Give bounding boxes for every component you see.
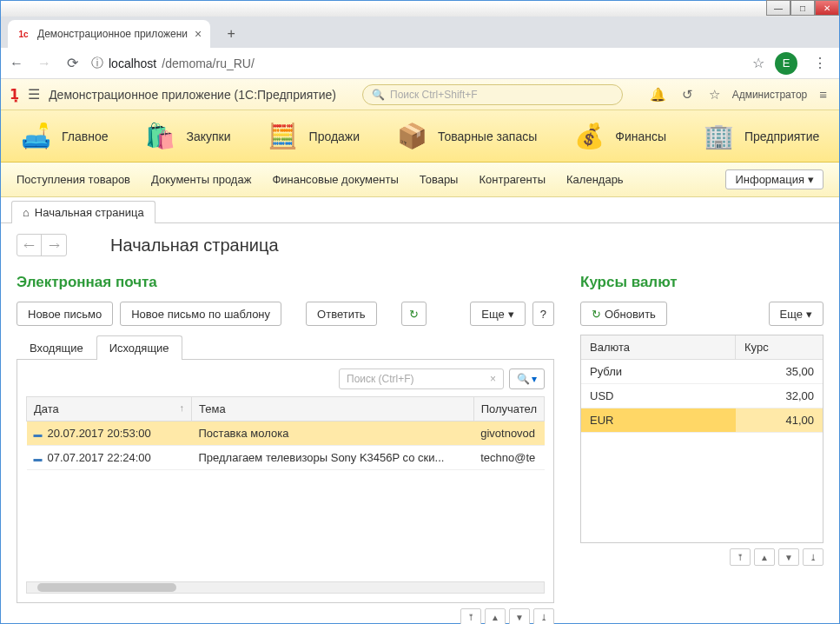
section-sales[interactable]: 🧮Продажи [266, 119, 360, 154]
nav-forward-button[interactable]: 🡒 [42, 235, 66, 256]
col-subject[interactable]: Тема [192, 397, 474, 422]
email-panel-title: Электронная почта [17, 274, 554, 291]
box-icon: 📦 [394, 119, 429, 154]
history-icon[interactable]: ↺ [678, 87, 697, 103]
page-tab-strip: ⌂ Начальная страница [1, 197, 839, 223]
cmd-sales-docs[interactable]: Документы продаж [151, 173, 251, 186]
info-icon: ⓘ [91, 56, 103, 71]
favorite-icon[interactable]: ☆ [705, 87, 724, 103]
current-user[interactable]: Администратор [732, 89, 808, 101]
mail-search-button[interactable]: 🔍▾ [509, 368, 545, 389]
new-tab-button[interactable]: + [219, 22, 243, 46]
home-icon: ⌂ [23, 206, 30, 219]
col-currency[interactable]: Валюта [581, 335, 736, 359]
tab-inbox[interactable]: Входящие [17, 335, 96, 360]
help-button[interactable]: ? [532, 302, 554, 326]
url-path: /demoma/ru_RU/ [162, 56, 255, 70]
search-icon: 🔍 [517, 373, 530, 385]
section-finance[interactable]: 💰Финансы [572, 119, 666, 154]
reload-icon[interactable]: ⟳ [63, 55, 81, 71]
col-rate[interactable]: Курс [736, 335, 823, 359]
global-search-input[interactable]: 🔍 Поиск Ctrl+Shift+F [362, 84, 623, 105]
url-field[interactable]: ⓘ localhost/demoma/ru_RU/ [91, 56, 742, 71]
clear-search-icon[interactable]: × [490, 373, 496, 385]
page-down-button[interactable]: ▼ [509, 608, 530, 624]
chevron-down-icon: ▾ [808, 173, 814, 186]
col-recipient[interactable]: Получател [473, 397, 544, 422]
col-date[interactable]: Дата↑ [27, 397, 192, 422]
cmd-calendar[interactable]: Календарь [566, 173, 624, 186]
refresh-icon: ↻ [592, 308, 601, 321]
more-mail-button[interactable]: Еще ▾ [470, 302, 525, 326]
chevron-down-icon: ▾ [508, 308, 514, 321]
cmd-finance-docs[interactable]: Финансовые документы [272, 173, 398, 186]
close-button[interactable]: ✕ [815, 0, 839, 16]
bookmark-star-icon[interactable]: ☆ [752, 55, 764, 71]
main-menu-icon[interactable]: ☰ [28, 86, 40, 103]
page-title: Начальная страница [110, 236, 279, 256]
more-rates-button[interactable]: Еще ▾ [769, 302, 823, 326]
page-up-button[interactable]: ▲ [485, 608, 506, 624]
cashregister-icon: 🧮 [266, 119, 301, 154]
sort-asc-icon: ↑ [180, 402, 185, 413]
lamp-icon: 🛋️ [18, 119, 53, 154]
table-row[interactable]: USD 32,00 [581, 384, 823, 408]
page-last-button[interactable]: ⤓ [803, 548, 823, 566]
table-row[interactable]: ▬07.07.2017 22:24:00 Предлагаем телевизо… [27, 446, 545, 470]
new-mail-template-button[interactable]: Новое письмо по шаблону [120, 302, 281, 326]
tab-start-page[interactable]: ⌂ Начальная страница [11, 201, 155, 223]
maximize-button[interactable]: □ [790, 0, 815, 16]
section-stock[interactable]: 📦Товарные запасы [394, 119, 537, 154]
rates-header-row: Валюта Курс [581, 335, 823, 360]
page-first-button[interactable]: ⤒ [730, 548, 751, 566]
window-titlebar: — □ ✕ [1, 1, 839, 17]
tab-outbox[interactable]: Исходящие [96, 335, 182, 360]
settings-icon[interactable]: ≡ [816, 87, 830, 102]
page-down-button[interactable]: ▼ [778, 548, 799, 566]
table-row[interactable]: EUR 41,00 [581, 408, 823, 433]
tab-title: Демонстрационное приложени [37, 28, 188, 40]
browser-tab[interactable]: 1c Демонстрационное приложени × [8, 20, 210, 48]
info-dropdown-button[interactable]: Информация▾ [725, 169, 823, 189]
table-row[interactable]: Рубли 35,00 [581, 360, 823, 384]
app-header: 1͓ ☰ Демонстрационное приложение (1С:Пре… [1, 79, 839, 110]
cmd-goods[interactable]: Товары [420, 173, 459, 186]
address-bar: ← → ⟳ ⓘ localhost/demoma/ru_RU/ ☆ Е ⋮ [1, 48, 839, 79]
table-header-row: Дата↑ Тема Получател [27, 397, 545, 422]
refresh-mail-button[interactable]: ↻ [401, 302, 427, 326]
favicon-1c-icon: 1c [17, 27, 30, 41]
reply-button[interactable]: Ответить [306, 302, 377, 326]
section-panel: 🛋️Главное 🛍️Закупки 🧮Продажи 📦Товарные з… [1, 110, 839, 163]
mail-table: Дата↑ Тема Получател ▬20.07.2017 20:53:0… [26, 396, 545, 470]
cmd-receipts[interactable]: Поступления товаров [17, 173, 130, 186]
page-first-button[interactable]: ⤒ [460, 608, 481, 624]
refresh-rates-button[interactable]: ↻ Обновить [580, 302, 667, 326]
page-last-button[interactable]: ⤓ [533, 608, 554, 624]
new-mail-button[interactable]: Новое письмо [17, 302, 113, 326]
tab-close-icon[interactable]: × [195, 27, 202, 41]
logo-1c-icon: 1͓ [10, 86, 19, 103]
minimize-button[interactable]: — [766, 0, 790, 16]
section-enterprise[interactable]: 🏢Предприятие [701, 119, 819, 154]
profile-avatar[interactable]: Е [775, 52, 797, 75]
nav-back-icon[interactable]: ← [8, 56, 25, 71]
nav-history: 🡐 🡒 [17, 234, 67, 256]
coins-icon: 💰 [572, 119, 606, 154]
page-up-button[interactable]: ▲ [754, 548, 775, 566]
table-row[interactable]: ▬20.07.2017 20:53:00 Поставка молока giv… [27, 422, 545, 446]
command-bar: Поступления товаров Документы продаж Фин… [1, 163, 839, 197]
nav-back-button[interactable]: 🡐 [17, 235, 42, 256]
cmd-contractors[interactable]: Контрагенты [479, 173, 546, 186]
nav-forward-icon[interactable]: → [36, 56, 53, 71]
bell-icon[interactable]: 🔔 [646, 87, 670, 103]
chevron-down-icon: ▾ [806, 308, 812, 321]
search-icon: 🔍 [372, 89, 385, 101]
chrome-menu-icon[interactable]: ⋮ [808, 55, 832, 71]
h-scrollbar[interactable] [26, 581, 545, 594]
mail-search-input[interactable]: Поиск (Ctrl+F) × [339, 368, 504, 389]
chevron-down-icon: ▾ [532, 373, 537, 385]
section-purchases[interactable]: 🛍️Закупки [143, 119, 231, 154]
mail-row-icon: ▬ [34, 454, 43, 463]
url-host: localhost [109, 56, 156, 70]
section-main[interactable]: 🛋️Главное [18, 119, 109, 154]
